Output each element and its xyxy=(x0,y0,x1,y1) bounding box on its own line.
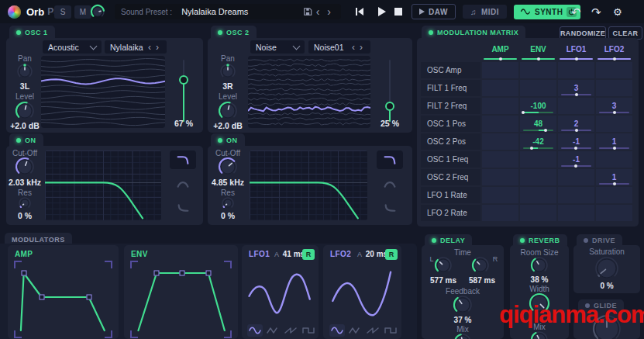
osc2-cutoff-knob[interactable] xyxy=(218,157,238,180)
matrix-cell[interactable] xyxy=(520,80,556,96)
solo-button[interactable]: S xyxy=(54,5,71,19)
slider-handle[interactable] xyxy=(385,102,394,111)
envelope-handle[interactable] xyxy=(86,295,91,300)
matrix-cell[interactable] xyxy=(558,98,594,114)
matrix-cell[interactable]: -1 xyxy=(558,133,594,150)
square-shape-button[interactable] xyxy=(383,324,398,337)
highpass-filter-button[interactable] xyxy=(377,199,403,217)
slider-handle[interactable] xyxy=(179,75,188,85)
lfo1-wave-display[interactable] xyxy=(246,264,314,323)
sine-shape-button[interactable] xyxy=(247,324,263,337)
reverb-room-knob[interactable] xyxy=(530,256,549,278)
envelope-handle[interactable] xyxy=(21,271,26,276)
envelope-handle[interactable] xyxy=(179,271,184,276)
osc2-filter-curve-display[interactable] xyxy=(250,150,367,220)
matrix-cell[interactable] xyxy=(558,169,594,185)
highpass-filter-button[interactable] xyxy=(170,199,196,217)
matrix-cell[interactable] xyxy=(482,116,518,132)
matrix-cell[interactable]: 1 xyxy=(596,133,632,150)
lowpass-filter-button[interactable] xyxy=(377,150,403,169)
reverb-mix-knob[interactable] xyxy=(530,330,549,339)
matrix-cell[interactable] xyxy=(482,62,518,78)
amp-envelope-editor[interactable] xyxy=(14,261,112,338)
matrix-cell[interactable] xyxy=(558,62,594,78)
matrix-cell[interactable]: 48 xyxy=(520,116,556,132)
triangle-shape-button[interactable] xyxy=(347,324,363,337)
matrix-cell[interactable] xyxy=(482,205,518,221)
delay-time-right-knob[interactable] xyxy=(471,256,490,278)
matrix-cell[interactable] xyxy=(482,80,518,96)
undo-button[interactable]: ↶ xyxy=(571,6,581,18)
envelope-handle[interactable] xyxy=(205,271,211,276)
matrix-cell[interactable]: -1 xyxy=(558,151,594,168)
save-preset-icon[interactable] xyxy=(303,7,312,16)
matrix-cell[interactable] xyxy=(482,169,518,185)
prev-wave-button[interactable]: ‹ xyxy=(350,43,357,52)
matrix-cell[interactable] xyxy=(596,116,632,132)
lfo2-wave-display[interactable] xyxy=(329,264,397,323)
next-wave-button[interactable]: › xyxy=(357,43,365,52)
lowpass-filter-button[interactable] xyxy=(170,150,196,169)
matrix-cell[interactable] xyxy=(558,205,594,221)
osc1-cutoff-knob[interactable] xyxy=(15,157,35,180)
square-shape-button[interactable] xyxy=(301,324,316,337)
sine-shape-button[interactable] xyxy=(329,324,345,337)
stop-button[interactable] xyxy=(394,0,402,23)
prev-wave-button[interactable]: ‹ xyxy=(146,43,153,52)
next-wave-button[interactable]: › xyxy=(153,43,161,52)
bandpass-filter-button[interactable] xyxy=(170,175,196,193)
envelope-handle[interactable] xyxy=(39,295,44,300)
matrix-cell[interactable] xyxy=(520,169,556,185)
osc1-wave-selector[interactable]: Nylalaika ‹ › xyxy=(105,40,167,54)
triangle-shape-button[interactable] xyxy=(265,324,281,337)
settings-button[interactable]: ⚙ xyxy=(613,7,622,17)
mute-button[interactable]: M xyxy=(74,5,91,19)
osc1-category-dropdown[interactable]: Acoustic xyxy=(43,40,102,54)
matrix-cell[interactable] xyxy=(558,187,594,203)
play-button[interactable] xyxy=(377,0,386,23)
matrix-cell[interactable] xyxy=(596,80,632,96)
matrix-cell[interactable] xyxy=(482,133,518,150)
matrix-cell[interactable] xyxy=(520,151,556,168)
osc2-position-slider[interactable] xyxy=(384,60,395,122)
osc2-pan-knob[interactable] xyxy=(219,63,236,83)
drive-saturation-knob[interactable] xyxy=(594,256,619,284)
envelope-handle[interactable] xyxy=(154,271,160,276)
matrix-cell[interactable]: 3 xyxy=(558,80,594,96)
matrix-cell[interactable] xyxy=(596,62,632,78)
matrix-cell[interactable] xyxy=(482,98,518,114)
matrix-cell[interactable] xyxy=(596,151,632,168)
osc2-wave-selector[interactable]: Noise01 ‹ › xyxy=(308,40,370,54)
matrix-cell[interactable]: 3 xyxy=(596,98,632,114)
delay-feedback-knob[interactable] xyxy=(453,295,473,318)
matrix-cell[interactable]: -100 xyxy=(520,98,556,114)
osc1-pan-knob[interactable] xyxy=(16,63,33,83)
osc2-waveform-display[interactable] xyxy=(248,56,370,128)
preset-selector[interactable]: Sound Preset : Nylalaika Dreams ‹ › xyxy=(115,4,341,19)
matrix-cell[interactable] xyxy=(482,187,518,203)
matrix-cell[interactable] xyxy=(520,62,556,78)
matrix-cell[interactable]: 1 xyxy=(596,169,632,185)
osc1-position-slider[interactable] xyxy=(178,60,189,122)
daw-button[interactable]: DAW xyxy=(412,4,456,19)
lfo1-retrigger-button[interactable]: R xyxy=(302,249,315,260)
matrix-cell[interactable]: -42 xyxy=(520,133,556,150)
osc1-filter-curve-display[interactable] xyxy=(45,150,161,220)
osc1-waveform-display[interactable] xyxy=(41,56,165,128)
delay-time-left-knob[interactable] xyxy=(434,256,453,278)
skip-start-button[interactable] xyxy=(355,0,364,23)
delay-mix-knob[interactable] xyxy=(453,333,472,339)
matrix-cell[interactable] xyxy=(520,205,556,221)
env-envelope-editor[interactable] xyxy=(130,261,232,338)
next-preset-button[interactable]: › xyxy=(323,6,335,17)
saw-shape-button[interactable] xyxy=(365,324,381,337)
matrix-cell[interactable]: 2 xyxy=(558,116,594,132)
matrix-cell[interactable] xyxy=(520,187,556,203)
lfo2-retrigger-button[interactable]: R xyxy=(385,249,398,260)
prev-preset-button[interactable]: ‹ xyxy=(312,6,324,17)
matrix-cell[interactable] xyxy=(596,187,632,203)
bandpass-filter-button[interactable] xyxy=(377,175,403,193)
midi-button[interactable]: ♫ MIDI xyxy=(463,5,507,19)
matrix-cell[interactable] xyxy=(482,151,518,168)
saw-shape-button[interactable] xyxy=(283,324,298,337)
